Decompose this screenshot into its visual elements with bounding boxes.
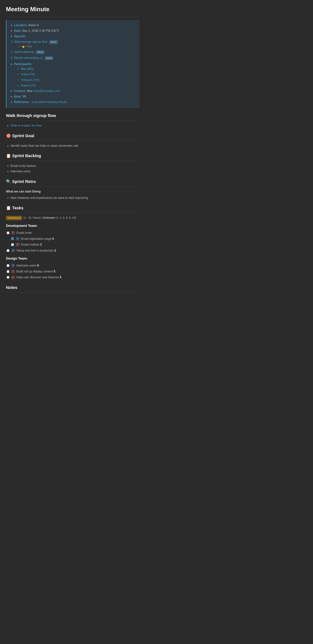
tasks-title: 📋Tasks [6, 205, 140, 211]
sprint-backlog-title: 📋Sprint Backlog [6, 152, 140, 159]
host-label: Host: [14, 95, 22, 98]
agenda-text-3: Revisit onboarding v1 [14, 56, 43, 60]
slide-link[interactable]: Slide to explain the flow [10, 124, 42, 127]
task-dev-4-num: 4 [11, 249, 15, 252]
task-dev-2-checkbox[interactable] [11, 237, 14, 240]
agenda-item-2: Sprint planning 45min [14, 50, 136, 54]
tasks-emoji: 📋 [6, 206, 11, 210]
sprint-retro-title: 🔍Sprint Retro [6, 178, 140, 185]
task-dev-1-name: Email invite [16, 230, 32, 235]
participant-max: Max (MX) [21, 66, 136, 72]
task-design-3-num: 5 [11, 276, 15, 279]
agenda-item-3: Revisit onboarding v1 20min [14, 56, 136, 60]
task-dev-4-name: Setup e2e test in production [16, 248, 53, 253]
title-divider [6, 17, 140, 17]
task-dev-4-checkbox[interactable] [7, 249, 9, 252]
host-value: YK [22, 95, 26, 98]
task-dev-2-estimate: 5 [52, 236, 54, 241]
task-design-2-num: 5 [11, 270, 15, 273]
agenda-sub-1: | — 🧑 Yukai [14, 44, 136, 48]
location-label: Location: [14, 24, 27, 27]
agenda-badge-2: 45min [36, 50, 45, 54]
task-dev-2-name: Email registration page [21, 236, 51, 241]
sprint-goal-item-1: Identify tasks that can help us raise co… [10, 143, 140, 148]
task-dev-3-estimate: 3 [40, 242, 42, 247]
task-design-2: 5 Build roll-up display content 5 [6, 269, 140, 274]
task-design-3-estimate: 5 [60, 275, 62, 280]
date-value: Nov 1, 2030 2:30 PM (CET) [22, 29, 59, 32]
task-dev-3: 5 Email invitees 3 [6, 242, 140, 247]
notes-title: Notes [6, 284, 140, 291]
task-design-1-checkbox[interactable] [7, 264, 9, 267]
participant-yuhsuan: Yuhsuan (YH) [21, 78, 136, 82]
date-label: Date: [14, 29, 21, 32]
agenda-label: Agenda [14, 34, 25, 38]
agenda-badge-1: 45min [49, 40, 58, 44]
section-sprint-retro: 🔍Sprint Retro What we can start Doing Ne… [6, 178, 140, 200]
signup-flow-divider [6, 120, 140, 120]
task-dev-4: 4 Setup e2e test in production 2 [6, 248, 140, 253]
task-dev-1-checkbox[interactable] [7, 232, 9, 234]
task-design-1-estimate: 8 [37, 263, 39, 268]
task-dev-1: 5 Email invite [6, 230, 140, 235]
task-design-1-num: 4 [11, 264, 15, 267]
design-team-label: Design Team: [6, 256, 140, 261]
participant-yukai: Yukai (YK) [21, 72, 136, 77]
contact-item: Contact: Max max@example.com [14, 88, 136, 94]
sprint-retro-sub-title: What we can start Doing [6, 189, 140, 194]
section-notes: Notes [6, 284, 140, 292]
sprint-backlog-item-2: Interview users [10, 169, 140, 174]
info-box: Location: Room A Date: Nov 1, 2030 2:30 … [6, 20, 140, 108]
task-dev-2: 4 Email registration page 5 [6, 236, 140, 241]
date-item: Date: Nov 1, 2030 2:30 PM (CET) [14, 28, 136, 33]
section-sprint-backlog: 📋Sprint Backlog Email invite feature Int… [6, 152, 140, 174]
task-design-2-estimate: 5 [54, 269, 55, 274]
reference-item: Reference: - Last week meeting minute [14, 100, 136, 104]
task-design-3: 5 Help user discover new features 5 [6, 275, 140, 280]
importance-label: Importance [6, 216, 22, 220]
signup-flow-title: Walk through signup flow [6, 112, 140, 119]
sprint-goal-title: 🎯Sprint Goal [6, 132, 140, 139]
agenda-list: Walk through signup flow 45min | — 🧑 Yuk… [10, 40, 136, 60]
section-sprint-goal: 🎯Sprint Goal Identify tasks that can hel… [6, 132, 140, 148]
tasks-header-text: (1 - 5) / Name / Estimate (1, 2, 3, 5, 8… [23, 216, 76, 219]
task-design-3-name: Help user discover new features [16, 275, 59, 280]
task-dev-1-num: 5 [11, 231, 15, 234]
sprint-retro-emoji: 🔍 [6, 179, 11, 184]
page-title: Meeting Minute [6, 4, 140, 14]
task-design-2-checkbox[interactable] [7, 270, 9, 273]
reference-label: Reference: [14, 100, 29, 104]
section-signup-flow: Walk through signup flow Slide to explai… [6, 112, 140, 128]
host-item: Host: YK [14, 94, 136, 99]
tasks-header: Importance (1 - 5) / Name / Estimate (1,… [6, 216, 140, 220]
notes-divider [6, 292, 140, 292]
contact-name: Max [27, 89, 33, 92]
task-dev-3-num: 5 [16, 243, 19, 246]
signup-flow-item-1: Slide to explain the flow [10, 123, 140, 128]
agenda-badge-3: 20min [45, 56, 53, 60]
location-value: Room A [28, 24, 39, 27]
sprint-backlog-item-1: Email invite feature [10, 164, 140, 168]
agenda-text-2: Sprint planning [14, 50, 34, 54]
reference-link[interactable]: - Last week meeting minute [30, 100, 67, 104]
sprint-retro-item-1: New initiatives and experiments we want … [10, 196, 140, 200]
agenda-item-1: Walk through signup flow 45min | — 🧑 Yuk… [14, 40, 136, 48]
task-design-1: 4 Interview users 8 [6, 263, 140, 268]
participants-label: Participants: [14, 62, 32, 66]
contact-label: Contact: [14, 89, 26, 92]
task-dev-3-checkbox[interactable] [11, 243, 14, 246]
sprint-goal-emoji: 🎯 [6, 134, 11, 138]
agenda-item: Agenda [14, 34, 136, 39]
task-dev-2-num: 4 [16, 237, 19, 240]
agenda-text-1: Walk through signup flow [14, 40, 47, 43]
sprint-goal-divider [6, 140, 140, 141]
section-tasks: 📋Tasks Importance (1 - 5) / Name / Estim… [6, 205, 140, 280]
sprint-backlog-emoji: 📋 [6, 154, 11, 158]
sprint-retro-divider [6, 186, 140, 186]
task-design-1-name: Interview users [16, 263, 36, 268]
contact-email: max@example.com [33, 89, 60, 92]
task-design-3-checkbox[interactable] [7, 276, 9, 279]
task-dev-4-estimate: 2 [54, 248, 56, 253]
task-dev-3-name: Email invitees [21, 242, 39, 247]
participants-item: Participants: Max (MX) Yukai (YK) Yuhsua… [14, 62, 136, 88]
